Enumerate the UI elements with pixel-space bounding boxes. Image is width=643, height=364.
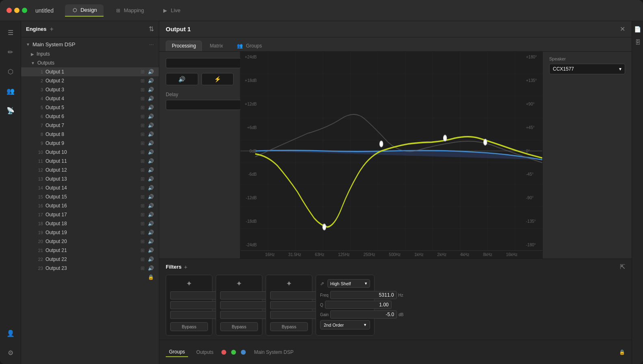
filter-3-bypass-button[interactable]: Bypass [270, 322, 308, 331]
hs-type-select[interactable]: High Shelf ▾ [327, 279, 370, 288]
output-item-13[interactable]: 13 Output 13 ⊞ 🔊 [21, 174, 159, 183]
tab-mapping[interactable]: ⊞ Mapping [108, 5, 151, 16]
users-icon[interactable]: 👥 [4, 84, 17, 97]
output-item-20[interactable]: 20 Output 20 ⊞ 🔊 [21, 237, 159, 246]
output-item-6[interactable]: 6 Output 6 ⊞ 🔊 [21, 112, 159, 121]
bottom-tab-groups[interactable]: Groups [166, 347, 188, 357]
hs-gain-input[interactable] [330, 310, 397, 319]
signal-icon[interactable]: 📡 [4, 104, 17, 117]
output-item-19[interactable]: 19 Output 19 ⊞ 🔊 [21, 228, 159, 237]
main-content: Output 1 ✕ Processing Matrix 👥 Groups [159, 21, 632, 364]
output-item-21[interactable]: 21 Output 21 ⊞ 🔊 [21, 246, 159, 255]
tab-design[interactable]: ⬡ Design [65, 4, 103, 17]
hs-q-label: Q [320, 303, 323, 307]
volume-icon: 🔊 [148, 114, 154, 119]
mixer-icon: ⊞ [141, 123, 145, 128]
volume-icon: 🔊 [148, 123, 154, 128]
pencil-icon[interactable]: ✏ [4, 45, 17, 58]
hs-freq-input[interactable] [330, 291, 397, 299]
user-icon[interactable]: 👤 [4, 327, 17, 340]
mixer-icon: ⊞ [141, 87, 145, 93]
volume-icon: 🔊 [148, 265, 154, 271]
speaker-mute-button[interactable]: 🔊 [166, 73, 198, 85]
outputs-section[interactable]: ▼ Outputs [21, 58, 159, 67]
dsp-menu-icon[interactable]: ··· [149, 41, 154, 47]
filter-1-bypass-button[interactable]: Bypass [170, 322, 208, 331]
mixer-icon: ⊞ [141, 256, 145, 262]
menu-icon[interactable]: ☰ [4, 26, 17, 39]
tab-processing[interactable]: Processing [166, 41, 202, 51]
bottom-tab-outputs[interactable]: Outputs [193, 348, 216, 357]
volume-icon: 🔊 [148, 239, 154, 244]
expand-filters-icon[interactable]: ⇱ [620, 263, 625, 271]
minimize-button[interactable] [14, 8, 19, 13]
eq-x-labels: 16Hz 31.5Hz 63Hz 125Hz 250Hz 500Hz 1kHz … [240, 250, 542, 258]
inputs-section[interactable]: ▶ Inputs [21, 50, 159, 58]
eq-graph[interactable]: +24dB +18dB +12dB +6dB 0dB -6dB -12dB -1… [240, 52, 542, 250]
output-item-17[interactable]: 17 Output 17 ⊞ 🔊 [21, 210, 159, 219]
output-item-14[interactable]: 14 Output 14 ⊞ 🔊 [21, 183, 159, 192]
filters-title: Filters [166, 264, 182, 270]
filter-2-freq-row: Hz [220, 291, 258, 299]
output-item-12[interactable]: 12 Output 12 ⊞ 🔊 [21, 166, 159, 174]
hs-q-input[interactable] [325, 301, 392, 309]
output-item-7[interactable]: 7 Output 7 ⊞ 🔊 [21, 121, 159, 130]
mixer-icon: ⊞ [141, 221, 145, 226]
hs-q-row: Q [320, 301, 370, 309]
volume-icon: 🔊 [148, 131, 154, 137]
bottom-dsp-name: Main System DSP [254, 349, 293, 355]
output-item-16[interactable]: 16 Output 16 ⊞ 🔊 [21, 201, 159, 210]
mixer-icon: ⊞ [141, 212, 145, 218]
output-item-8[interactable]: 8 Output 8 ⊞ 🔊 [21, 130, 159, 139]
sort-icon[interactable]: ⇅ [149, 25, 154, 33]
speaker-select[interactable]: CCX1577 ▾ [549, 64, 625, 74]
tab-matrix[interactable]: Matrix [204, 41, 229, 51]
mixer-icon: ⊞ [141, 230, 145, 235]
tab-groups[interactable]: 👥 Groups [231, 41, 268, 51]
panel-close-button[interactable]: ✕ [620, 25, 625, 33]
high-shelf-card: ⇗ High Shelf ▾ Freq Hz [316, 275, 375, 336]
hs-order-select[interactable]: 2nd Order ▾ [320, 320, 370, 330]
filter-3-gain-row: dB [270, 311, 308, 319]
output-item-11[interactable]: 11 Output 11 ⊞ 🔊 [21, 157, 159, 166]
sidebar-header: Engines + ⇅ [21, 21, 159, 37]
filter-2-bypass-button[interactable]: Bypass [220, 322, 258, 331]
filter-card-2: ✦ Hz dB [216, 275, 262, 336]
output-item-3[interactable]: 3 Output 3 ⊞ 🔊 [21, 85, 159, 94]
speaker-controls: 🔊 ⚡ [166, 73, 234, 85]
level-input[interactable]: 0.0 [166, 58, 241, 68]
mixer-icon: ⊞ [141, 96, 145, 101]
tab-live[interactable]: ▶ Live [156, 5, 187, 16]
output-item-23[interactable]: 23 Output 23 ⊞ 🔊 [21, 264, 159, 273]
filter-1-gain-row: dB [170, 311, 208, 319]
volume-icon: 🔊 [148, 96, 154, 101]
maximize-button[interactable] [22, 8, 27, 13]
speaker-icon: 🔊 [178, 76, 185, 82]
dsp-header[interactable]: ▼ Main System DSP ··· [21, 39, 159, 50]
add-filter-button[interactable]: + [184, 264, 187, 270]
hs-type-row: ⇗ High Shelf ▾ [320, 279, 370, 288]
settings-icon[interactable]: ⚙ [4, 346, 17, 359]
cube-icon[interactable]: ⬡ [4, 65, 17, 78]
output-item-4[interactable]: 4 Output 4 ⊞ 🔊 [21, 94, 159, 103]
output-item-5[interactable]: 5 Output 5 ⊞ 🔊 [21, 103, 159, 112]
output-item-1[interactable]: 1 Output 1 ⊞ 🔊 [21, 67, 159, 76]
archive-icon[interactable]: 🗄 [635, 39, 641, 45]
output-item-2[interactable]: 2 Output 2 ⊞ 🔊 [21, 76, 159, 85]
output-item-9[interactable]: 9 Output 9 ⊞ 🔊 [21, 139, 159, 148]
output-item-18[interactable]: 18 Output 18 ⊞ 🔊 [21, 219, 159, 228]
close-button[interactable] [6, 8, 12, 13]
delay-input[interactable]: 0.000 [166, 100, 241, 110]
document-icon[interactable]: 📄 [634, 26, 641, 32]
live-icon: ▶ [162, 7, 169, 14]
filter-card-1: ✦ Hz dB [166, 275, 212, 336]
output-item-15[interactable]: 15 Output 15 ⊞ 🔊 [21, 192, 159, 201]
mixer-icon: ⊞ [141, 185, 145, 191]
add-engine-button[interactable]: + [50, 26, 54, 33]
phase-button[interactable]: ⚡ [201, 73, 234, 85]
filter-sparkle-icon: ✦ [286, 279, 292, 288]
filters-header: Filters + ⇱ [166, 263, 625, 271]
hs-order-label: 2nd Order [324, 323, 344, 327]
output-item-10[interactable]: 10 Output 10 ⊞ 🔊 [21, 148, 159, 157]
output-item-22[interactable]: 22 Output 22 ⊞ 🔊 [21, 255, 159, 264]
